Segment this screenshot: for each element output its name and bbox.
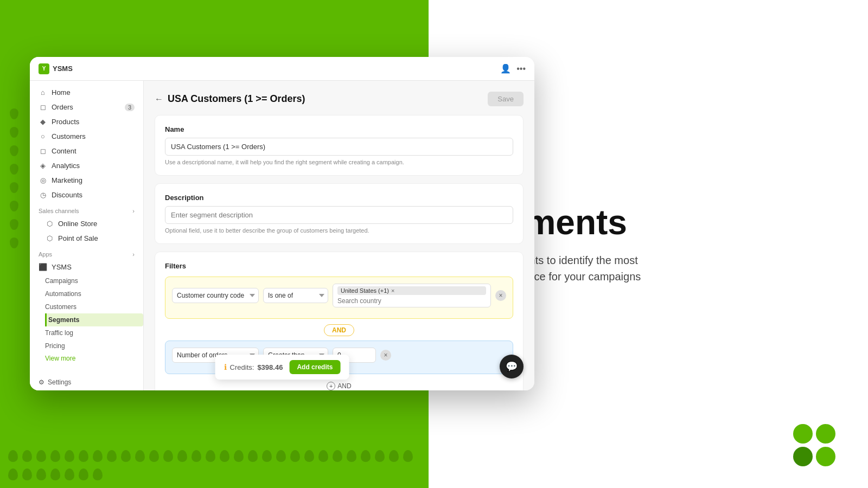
page-header: ← USA Customers (1 >= Orders) Save — [155, 92, 524, 106]
credits-label: Credits: — [230, 363, 254, 371]
back-button[interactable]: ← — [155, 94, 163, 104]
products-icon: ◆ — [39, 118, 47, 126]
sidebar-sub-segments[interactable]: Segments — [45, 313, 143, 326]
sidebar-sub-campaigns[interactable]: Campaigns — [45, 274, 143, 287]
credits-icon: ℹ — [224, 363, 227, 371]
customers-icon: ○ — [39, 132, 47, 140]
filter-group-1: Customer country code Is one of United S… — [165, 277, 513, 319]
sidebar-item-pos[interactable]: ⬡ Point of Sale — [30, 231, 143, 246]
description-card: Description Optional field, use it to be… — [155, 183, 524, 244]
add-and-label: AND — [337, 382, 351, 390]
sidebar-sub-pricing[interactable]: Pricing — [45, 339, 143, 352]
logo-dot-4 — [816, 447, 835, 466]
ysms-subitems: Campaigns Automations Customers Segments… — [30, 274, 143, 352]
description-hint: Optional field, use it to better describ… — [165, 227, 513, 234]
filter-close-btn-2[interactable]: × — [380, 350, 391, 361]
sidebar-item-label: Products — [52, 118, 79, 126]
sidebar-sub-automations[interactable]: Automations — [45, 287, 143, 300]
ysms-logo-dots — [793, 424, 835, 466]
sidebar-item-content[interactable]: ◻ Content — [30, 144, 143, 158]
filter-close-btn-1[interactable]: × — [495, 290, 506, 301]
title-bar-app-name: YSMS — [53, 65, 73, 73]
chat-button[interactable]: 💬 — [500, 355, 524, 378]
sidebar-item-label: Marketing — [52, 176, 82, 184]
sidebar-item-label: Point of Sale — [58, 234, 98, 242]
country-search-input[interactable] — [337, 297, 486, 305]
ysms-icon: ⬛ — [39, 263, 47, 271]
page-header-left: ← USA Customers (1 >= Orders) — [155, 93, 305, 105]
sidebar-item-label: Content — [52, 147, 76, 155]
sales-channels-title: Sales channels — [39, 208, 79, 214]
sidebar-item-discounts[interactable]: ◷ Discounts — [30, 188, 143, 202]
logo-dot-3 — [793, 447, 813, 466]
name-card: Name Use a descriptional name, it will h… — [155, 115, 524, 176]
sidebar-item-label: Analytics — [52, 162, 80, 170]
add-and-button[interactable]: + AND — [165, 378, 513, 390]
sidebar-item-orders[interactable]: ◻ Orders 3 — [30, 100, 143, 114]
filter-row-1: Customer country code Is one of United S… — [172, 284, 506, 307]
pos-icon: ⬡ — [45, 234, 54, 242]
app-window: Y YSMS 👤 ••• ⌂ Home ◻ Orders 3 ◆ Product… — [30, 57, 534, 390]
store-icon: ⬡ — [45, 220, 54, 228]
expand-icon: › — [132, 208, 135, 214]
sidebar-sub-customers[interactable]: Customers — [45, 300, 143, 313]
chat-icon: 💬 — [506, 361, 518, 373]
page-title: USA Customers (1 >= Orders) — [168, 93, 305, 105]
save-button[interactable]: Save — [488, 92, 524, 106]
discounts-icon: ◷ — [39, 191, 47, 199]
filter-operator-select-1[interactable]: Is one of — [263, 288, 328, 303]
sidebar-item-label: Customers — [52, 132, 86, 140]
title-bar: Y YSMS 👤 ••• — [30, 57, 534, 81]
country-tag-remove[interactable]: × — [391, 287, 394, 294]
logo-dot-2 — [816, 424, 835, 444]
sidebar-item-home[interactable]: ⌂ Home — [30, 85, 143, 100]
orders-icon: ◻ — [39, 103, 47, 111]
sidebar-item-label: Home — [52, 88, 71, 97]
app-content: ⌂ Home ◻ Orders 3 ◆ Products ○ Customers… — [30, 81, 534, 390]
settings-icon: ⚙ — [39, 378, 44, 386]
sidebar-item-analytics[interactable]: ◈ Analytics — [30, 158, 143, 173]
logo-dot-1 — [793, 424, 813, 444]
title-bar-logo: Y YSMS — [39, 63, 500, 74]
credits-info: ℹ Credits: $398.46 — [224, 363, 283, 371]
view-more-link[interactable]: View more — [30, 352, 143, 364]
and-badge: AND — [165, 324, 513, 336]
credits-amount: $398.46 — [257, 363, 283, 371]
content-icon: ◻ — [39, 147, 47, 155]
marketing-icon: ◎ — [39, 176, 47, 184]
name-label: Name — [165, 125, 513, 133]
sidebar-item-products[interactable]: ◆ Products — [30, 114, 143, 129]
analytics-icon: ◈ — [39, 162, 47, 170]
expand-icon: › — [132, 251, 135, 258]
profile-icon[interactable]: 👤 — [500, 63, 511, 74]
sidebar-item-online-store[interactable]: ⬡ Online Store — [30, 216, 143, 231]
filter-field-select-1[interactable]: Customer country code — [172, 288, 259, 303]
settings-label: Settings — [48, 378, 71, 386]
plus-circle-icon: + — [327, 382, 335, 390]
sidebar-item-label: Discounts — [52, 191, 82, 199]
ysms-label: YSMS — [52, 263, 72, 271]
sidebar-item-marketing[interactable]: ◎ Marketing — [30, 173, 143, 188]
sidebar-sub-traffic[interactable]: Traffic log — [45, 326, 143, 339]
more-options-icon[interactable]: ••• — [516, 64, 526, 74]
sidebar-item-label: Online Store — [58, 220, 97, 228]
name-input[interactable] — [165, 138, 513, 156]
sidebar-item-settings[interactable]: ⚙ Settings — [30, 375, 143, 389]
country-tag-label: United States (+1) — [341, 287, 389, 294]
sidebar-item-label: Orders — [52, 103, 73, 111]
sidebar-item-ysms[interactable]: ⬛ YSMS — [30, 260, 143, 274]
add-credits-button[interactable]: Add credits — [289, 360, 340, 374]
and-button[interactable]: AND — [324, 324, 354, 336]
main-area: ← USA Customers (1 >= Orders) Save Name … — [144, 81, 534, 390]
left-decorations — [10, 108, 18, 248]
apps-title: Apps — [39, 251, 52, 258]
sidebar-item-customers[interactable]: ○ Customers — [30, 129, 143, 144]
description-input[interactable] — [165, 206, 513, 224]
name-hint: Use a descriptional name, it will help y… — [165, 159, 513, 165]
country-tag-us: United States (+1) × — [337, 286, 486, 295]
title-bar-actions: 👤 ••• — [500, 63, 526, 74]
bottom-dots — [0, 445, 429, 488]
sidebar: ⌂ Home ◻ Orders 3 ◆ Products ○ Customers… — [30, 81, 144, 390]
home-icon: ⌂ — [39, 88, 47, 97]
sales-channels-section: Sales channels › — [30, 202, 143, 216]
